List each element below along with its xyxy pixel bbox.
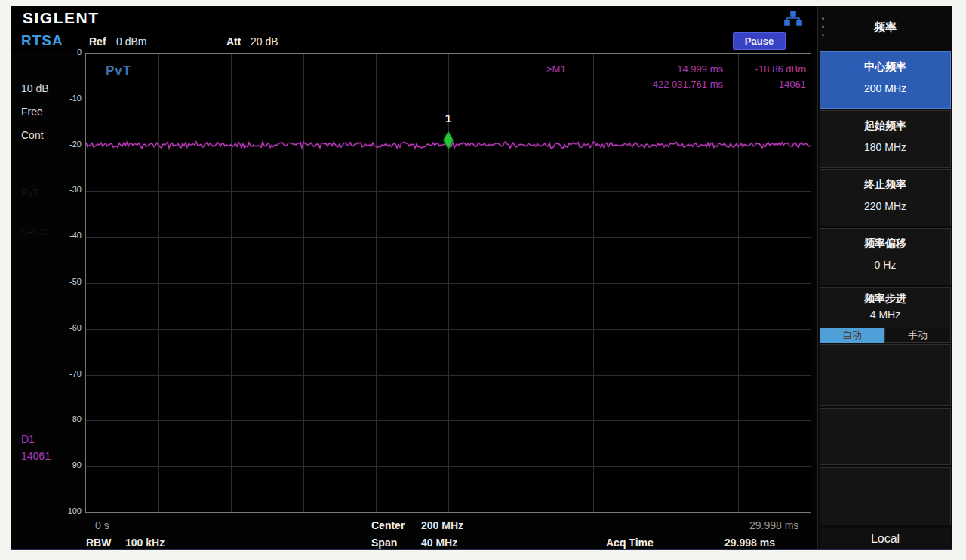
softkey-label: 中心频率 bbox=[820, 60, 950, 74]
window-label: PvT bbox=[106, 63, 131, 78]
x-axis-start: 0 s bbox=[95, 519, 109, 531]
marker-readout-delta-time: 422 031.761 ms bbox=[595, 78, 723, 90]
softkey-empty-3[interactable] bbox=[820, 467, 951, 525]
softkey-label: 起始频率 bbox=[820, 119, 950, 133]
marker-readout: >M1 14.999 ms -18.86 dBm 422 031.761 ms … bbox=[546, 63, 806, 90]
top-bar: SIGLENT bbox=[11, 6, 817, 30]
softkey-center-frequency[interactable]: 中心频率 200 MHz bbox=[820, 51, 951, 109]
span-label[interactable]: Span bbox=[371, 537, 397, 549]
menu-title: 频率 bbox=[818, 6, 952, 48]
softkey-value: 220 MHz bbox=[820, 200, 950, 212]
softkey-label: 频率偏移 bbox=[820, 237, 950, 251]
softkey-empty-2[interactable] bbox=[820, 408, 951, 465]
plot-area: PvT >M1 14.999 ms -18.86 dBm 422 031.761… bbox=[85, 53, 811, 513]
marker-readout-id: >M1 bbox=[546, 63, 595, 75]
center-freq-label[interactable]: Center bbox=[371, 519, 405, 531]
y-tick-label: -90 bbox=[54, 460, 82, 469]
mode-badge: RTSA bbox=[21, 32, 63, 49]
y-tick-label: -80 bbox=[54, 414, 82, 423]
acq-time-label[interactable]: Acq Time bbox=[606, 537, 654, 549]
screen-bottom-strip bbox=[11, 549, 952, 550]
softkey-label: 频率步进 bbox=[820, 292, 950, 306]
softkey-start-frequency[interactable]: 起始频率 180 MHz bbox=[820, 110, 951, 168]
y-tick-label: -20 bbox=[54, 140, 82, 149]
pause-button[interactable]: Pause bbox=[733, 32, 786, 50]
marker-readout-time: 14.999 ms bbox=[595, 63, 723, 75]
softkey-value: 200 MHz bbox=[820, 82, 950, 94]
dim-window-label-spec: SPEC bbox=[21, 226, 48, 238]
y-tick-label: 0 bbox=[54, 48, 82, 57]
ref-value[interactable]: 0 dBm bbox=[116, 35, 146, 48]
menu-dots-icon bbox=[822, 17, 824, 36]
softkey-empty-1[interactable] bbox=[820, 344, 951, 406]
softkey-menu: 频率 中心频率 200 MHz 起始频率 180 MHz 终止频率 220 MH… bbox=[817, 6, 952, 550]
y-tick-label: -40 bbox=[54, 231, 82, 240]
lan-network-icon bbox=[784, 11, 802, 26]
center-freq-value[interactable]: 200 MHz bbox=[421, 519, 463, 531]
marker-readout-blank bbox=[546, 78, 595, 90]
rbw-label[interactable]: RBW bbox=[86, 537, 111, 549]
x-axis-end: 29.998 ms bbox=[749, 519, 798, 531]
softkey-value: 180 MHz bbox=[820, 141, 950, 153]
rbw-value[interactable]: 100 kHz bbox=[125, 537, 165, 549]
y-tick-label: -30 bbox=[54, 185, 82, 194]
local-button[interactable]: Local bbox=[820, 528, 951, 549]
scale-per-div[interactable]: 10 dB bbox=[21, 82, 49, 94]
siglent-logo: SIGLENT bbox=[23, 9, 100, 27]
softkey-label: 终止频率 bbox=[820, 178, 950, 192]
span-value[interactable]: 40 MHz bbox=[421, 537, 457, 549]
att-value[interactable]: 20 dB bbox=[251, 35, 278, 48]
toggle-auto-option[interactable]: 自动 bbox=[820, 328, 884, 343]
dim-window-label-pvt: PvT bbox=[21, 187, 38, 198]
delta-marker-id: D1 bbox=[21, 433, 35, 445]
att-label: Att bbox=[226, 35, 241, 48]
softkey-value: 4 MHz bbox=[820, 309, 950, 321]
y-tick-label: -70 bbox=[54, 369, 82, 378]
delta-marker-value: 14061 bbox=[21, 450, 51, 462]
y-tick-label: -100 bbox=[54, 506, 82, 515]
marker-readout-amplitude: -18.86 dBm bbox=[723, 63, 806, 75]
softkey-frequency-offset[interactable]: 频率偏移 0 Hz bbox=[820, 228, 951, 285]
marker-readout-count: 14061 bbox=[723, 78, 806, 90]
y-tick-label: -10 bbox=[54, 94, 82, 103]
sweep-mode[interactable]: Cont bbox=[21, 129, 44, 141]
ref-label: Ref bbox=[89, 35, 106, 48]
instrument-screen: SIGLENT RTSA Ref 0 dBm Att 20 dB Pause 1… bbox=[11, 6, 952, 550]
y-tick-label: -60 bbox=[54, 323, 82, 332]
toggle-manual-option[interactable]: 手动 bbox=[884, 328, 951, 343]
softkey-value: 0 Hz bbox=[820, 259, 950, 271]
acq-time-value[interactable]: 29.998 ms bbox=[724, 537, 775, 549]
menu-header: 频率 bbox=[818, 6, 952, 50]
trigger-mode[interactable]: Free bbox=[21, 106, 43, 118]
y-tick-label: -50 bbox=[54, 277, 82, 286]
softkey-stop-frequency[interactable]: 终止频率 220 MHz bbox=[820, 169, 951, 226]
marker-number-label: 1 bbox=[440, 112, 457, 125]
auto-manual-toggle: 自动 手动 bbox=[820, 328, 951, 343]
header-row: RTSA Ref 0 dBm Att 20 dB Pause bbox=[11, 30, 817, 53]
